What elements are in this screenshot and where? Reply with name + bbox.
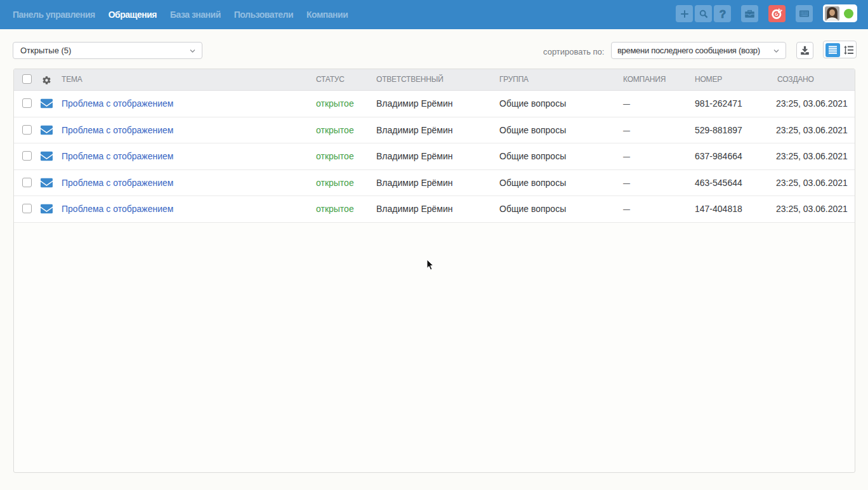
svg-text:?: ?	[719, 8, 725, 20]
